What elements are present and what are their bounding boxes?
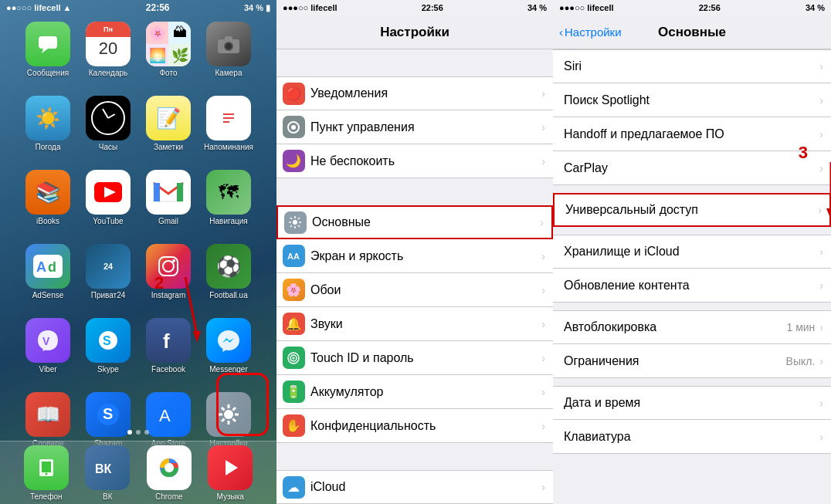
svg-line-52: [298, 225, 300, 227]
app-camera[interactable]: Камера: [201, 22, 256, 91]
control-chevron: ›: [541, 121, 545, 134]
notes-label: Заметки: [154, 143, 183, 151]
privacy-chevron: ›: [541, 420, 545, 432]
svg-line-33: [222, 408, 225, 411]
dock-music[interactable]: Музыка: [208, 445, 253, 501]
settings-row-sounds[interactable]: 🔔 Звуки ›: [276, 307, 553, 341]
maps-icon: 🗺: [206, 170, 251, 215]
app-reminders[interactable]: Напоминания: [201, 96, 256, 165]
battery-text: 34 %: [244, 3, 263, 12]
autolock-chevron: ›: [819, 321, 823, 333]
general-settings-list: Siri › Поиск Spotlight › Handoff и предл…: [553, 49, 831, 504]
spotlight-label: Поиск Spotlight: [553, 93, 819, 107]
datetime-label: Дата и время: [553, 396, 819, 410]
app-notes[interactable]: 📝 Заметки: [141, 96, 196, 165]
keyboard-chevron: ›: [819, 431, 823, 443]
restrictions-value: Выкл.: [786, 355, 816, 367]
app-skype[interactable]: S Skype: [80, 318, 136, 387]
phone-icon: [24, 445, 69, 490]
settings-row-display[interactable]: AA Экран и яркость ›: [276, 239, 553, 273]
general-row-restrictions[interactable]: Ограничения Выкл. ›: [553, 344, 831, 378]
phone1-home-screen: ●●○○○ lifecell ▲ 22:56 34 % ▮ Сообщения …: [0, 0, 276, 504]
battery-icon: ▮: [266, 3, 270, 13]
general-row-carplay[interactable]: CarPlay ›: [553, 151, 831, 185]
app-gmail[interactable]: Gmail: [141, 170, 196, 239]
datetime-chevron: ›: [819, 397, 823, 409]
carplay-chevron: ›: [819, 162, 823, 174]
dock-phone[interactable]: Телефон: [24, 445, 69, 501]
svg-text:S: S: [103, 334, 111, 347]
general-row-keyboard[interactable]: Клавиатура ›: [553, 420, 831, 454]
general-row-handoff[interactable]: Handoff и предлагаемое ПО ›: [553, 117, 831, 151]
general-title: Основные: [658, 25, 726, 40]
settings-row-notifications[interactable]: 🔴 Уведомления ›: [276, 76, 553, 110]
weather-label: Погода: [36, 143, 61, 151]
carrier-3: ●●●○○ lifecell: [559, 3, 614, 12]
facebook-icon: f: [146, 318, 191, 363]
maps-label: Навигация: [209, 217, 247, 225]
settings-row-general[interactable]: Основные ›: [276, 205, 553, 239]
messages-icon: [25, 22, 70, 66]
youtube-icon: [86, 170, 131, 215]
dock-vk[interactable]: ВК ВК: [85, 445, 130, 501]
reminders-label: Напоминания: [204, 143, 253, 151]
control-icon-wrap: [276, 110, 310, 144]
general-row-storage[interactable]: Хранилище и iCloud ›: [553, 235, 831, 269]
dock-chrome-label: Chrome: [155, 492, 183, 501]
general-gap-1: [553, 185, 831, 193]
general-row-accessibility[interactable]: Универсальный доступ ›: [553, 193, 831, 227]
back-button[interactable]: ‹ Настройки: [559, 25, 622, 39]
privacy-label: Конфиденциальность: [310, 419, 541, 433]
dot-2: [136, 430, 141, 435]
app-weather[interactable]: ☀️ Погода: [20, 96, 76, 165]
general-icon-wrap: [278, 205, 312, 239]
svg-line-51: [290, 218, 292, 219]
app-maps[interactable]: 🗺 Навигация: [201, 170, 256, 239]
app-football[interactable]: ⚽ Football.ua: [201, 244, 256, 313]
general-row-siri[interactable]: Siri ›: [553, 49, 831, 83]
display-icon-wrap: AA: [276, 239, 310, 273]
app-adsense[interactable]: Ad AdSense: [20, 244, 76, 313]
svg-point-40: [165, 463, 174, 472]
reminders-icon: [206, 96, 251, 140]
accessibility-label: Универсальный доступ: [555, 203, 818, 217]
control-label: Пункт управления: [310, 120, 541, 134]
app-viber[interactable]: V Viber: [20, 318, 76, 387]
gmail-icon: [146, 170, 191, 215]
icloud-chevron: ›: [541, 481, 545, 493]
app-privat24[interactable]: 24 Приват24: [80, 244, 136, 313]
app-calendar[interactable]: Пн 20 Календарь: [80, 22, 136, 91]
handoff-chevron: ›: [819, 128, 823, 140]
app-instagram[interactable]: Instagram: [141, 244, 196, 313]
svg-point-37: [45, 472, 47, 475]
general-label: Основные: [312, 215, 540, 229]
settings-row-privacy[interactable]: ✋ Конфиденциальность ›: [276, 409, 553, 443]
settings-row-touchid[interactable]: Touch ID и пароль ›: [276, 341, 553, 375]
settings-row-control[interactable]: Пункт управления ›: [276, 110, 553, 144]
phone3-general: ●●●○○ lifecell 22:56 34 % ‹ Настройки Ос…: [553, 0, 831, 504]
app-clock[interactable]: Часы: [80, 96, 136, 165]
app-grid: Сообщения Пн 20 Календарь 🌸 🏔 🌅 🌿 Фото: [0, 15, 276, 462]
svg-point-28: [224, 410, 233, 419]
general-row-autolock[interactable]: Автоблокировка 1 мин ›: [553, 310, 831, 344]
dock-chrome[interactable]: Chrome: [147, 445, 192, 501]
app-youtube[interactable]: YouTube: [80, 170, 136, 239]
app-facebook[interactable]: f Facebook: [141, 318, 196, 387]
settings-row-battery[interactable]: 🔋 Аккумулятор ›: [276, 375, 553, 409]
app-messages[interactable]: Сообщения: [20, 22, 76, 91]
calendar-label: Календарь: [89, 69, 127, 77]
general-row-spotlight[interactable]: Поиск Spotlight ›: [553, 83, 831, 117]
settings-row-dnd[interactable]: 🌙 Не беспокоить ›: [276, 144, 553, 178]
general-row-background[interactable]: Обновление контента ›: [553, 269, 831, 303]
settings-row-wallpaper[interactable]: 🌸 Обои ›: [276, 273, 553, 307]
app-photos[interactable]: 🌸 🏔 🌅 🌿 Фото: [141, 22, 196, 91]
restrictions-label: Ограничения: [553, 354, 786, 368]
svg-text:S: S: [103, 405, 113, 422]
app-ibooks[interactable]: 📚 iBooks: [20, 170, 76, 239]
dock: Телефон ВК ВК Chrome: [0, 441, 276, 504]
svg-rect-0: [39, 36, 57, 49]
settings-row-icloud[interactable]: ☁ iCloud ›: [276, 470, 553, 504]
general-row-datetime[interactable]: Дата и время ›: [553, 386, 831, 420]
settings-gap-1: [276, 49, 553, 76]
app-messenger[interactable]: Messenger: [201, 318, 256, 387]
